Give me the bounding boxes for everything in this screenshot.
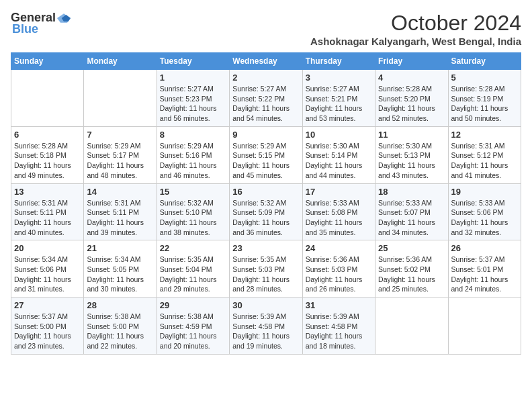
calendar-cell: 1Sunrise: 5:27 AMSunset: 5:23 PMDaylight…	[157, 70, 229, 127]
column-header-thursday: Thursday	[302, 53, 375, 70]
day-number: 16	[232, 187, 299, 197]
day-number: 10	[306, 130, 372, 140]
day-number: 27	[14, 300, 81, 310]
calendar-table: SundayMondayTuesdayWednesdayThursdayFrid…	[11, 52, 521, 355]
logo-icon	[57, 13, 71, 23]
day-info: Sunrise: 5:31 AMSunset: 5:11 PMDaylight:…	[14, 198, 81, 238]
day-info: Sunrise: 5:32 AMSunset: 5:10 PMDaylight:…	[160, 198, 226, 238]
title-block: October 2024 Ashoknagar Kalyangarh, West…	[310, 11, 521, 47]
day-number: 4	[378, 73, 445, 83]
day-number: 28	[87, 300, 153, 310]
calendar-week-row: 6Sunrise: 5:28 AMSunset: 5:18 PMDaylight…	[11, 126, 521, 183]
day-number: 31	[306, 300, 372, 310]
day-number: 11	[378, 130, 445, 140]
day-info: Sunrise: 5:39 AMSunset: 4:58 PMDaylight:…	[232, 312, 299, 351]
calendar-cell: 19Sunrise: 5:33 AMSunset: 5:06 PMDayligh…	[448, 183, 521, 240]
calendar-cell: 20Sunrise: 5:34 AMSunset: 5:06 PMDayligh…	[11, 240, 84, 298]
day-number: 18	[378, 187, 445, 197]
calendar-cell: 10Sunrise: 5:30 AMSunset: 5:14 PMDayligh…	[302, 126, 375, 183]
calendar-cell	[11, 70, 84, 127]
day-number: 9	[232, 130, 299, 140]
day-number: 26	[451, 243, 518, 253]
day-info: Sunrise: 5:33 AMSunset: 5:08 PMDaylight:…	[306, 198, 372, 238]
month-title: October 2024	[310, 11, 521, 36]
calendar-cell	[448, 298, 521, 355]
day-number: 29	[160, 300, 226, 310]
day-info: Sunrise: 5:38 AMSunset: 5:00 PMDaylight:…	[87, 312, 153, 351]
page-header: General Blue October 2024 Ashoknagar Kal…	[11, 11, 521, 47]
day-info: Sunrise: 5:38 AMSunset: 4:59 PMDaylight:…	[160, 312, 226, 351]
day-info: Sunrise: 5:34 AMSunset: 5:05 PMDaylight:…	[87, 255, 153, 294]
calendar-cell: 15Sunrise: 5:32 AMSunset: 5:10 PMDayligh…	[157, 183, 229, 240]
day-info: Sunrise: 5:37 AMSunset: 5:00 PMDaylight:…	[14, 312, 81, 351]
day-number: 1	[160, 73, 226, 83]
day-number: 23	[232, 243, 299, 253]
column-header-monday: Monday	[84, 53, 157, 70]
day-info: Sunrise: 5:34 AMSunset: 5:06 PMDaylight:…	[14, 255, 81, 294]
day-info: Sunrise: 5:29 AMSunset: 5:17 PMDaylight:…	[87, 141, 153, 181]
day-number: 7	[87, 130, 153, 140]
calendar-cell	[375, 298, 448, 355]
day-info: Sunrise: 5:27 AMSunset: 5:21 PMDaylight:…	[306, 84, 372, 124]
day-info: Sunrise: 5:39 AMSunset: 4:58 PMDaylight:…	[306, 312, 372, 351]
calendar-cell: 2Sunrise: 5:27 AMSunset: 5:22 PMDaylight…	[230, 70, 302, 127]
calendar-cell: 6Sunrise: 5:28 AMSunset: 5:18 PMDaylight…	[11, 126, 84, 183]
calendar-cell: 5Sunrise: 5:28 AMSunset: 5:19 PMDaylight…	[448, 70, 521, 127]
calendar-cell	[84, 70, 157, 127]
day-number: 21	[87, 243, 153, 253]
calendar-week-row: 27Sunrise: 5:37 AMSunset: 5:00 PMDayligh…	[11, 298, 521, 355]
day-number: 2	[232, 73, 299, 83]
calendar-cell: 26Sunrise: 5:37 AMSunset: 5:01 PMDayligh…	[448, 240, 521, 298]
day-info: Sunrise: 5:27 AMSunset: 5:22 PMDaylight:…	[232, 84, 299, 124]
column-header-friday: Friday	[375, 53, 448, 70]
day-info: Sunrise: 5:32 AMSunset: 5:09 PMDaylight:…	[232, 198, 299, 238]
calendar-cell: 11Sunrise: 5:30 AMSunset: 5:13 PMDayligh…	[375, 126, 448, 183]
day-info: Sunrise: 5:30 AMSunset: 5:14 PMDaylight:…	[306, 141, 372, 181]
calendar-cell: 21Sunrise: 5:34 AMSunset: 5:05 PMDayligh…	[84, 240, 157, 298]
calendar-cell: 16Sunrise: 5:32 AMSunset: 5:09 PMDayligh…	[230, 183, 302, 240]
calendar-cell: 13Sunrise: 5:31 AMSunset: 5:11 PMDayligh…	[11, 183, 84, 240]
day-number: 19	[451, 187, 518, 197]
day-number: 15	[160, 187, 226, 197]
day-info: Sunrise: 5:36 AMSunset: 5:03 PMDaylight:…	[306, 255, 372, 294]
column-header-wednesday: Wednesday	[230, 53, 302, 70]
calendar-cell: 12Sunrise: 5:31 AMSunset: 5:12 PMDayligh…	[448, 126, 521, 183]
calendar-cell: 31Sunrise: 5:39 AMSunset: 4:58 PMDayligh…	[302, 298, 375, 355]
day-number: 12	[451, 130, 518, 140]
calendar-cell: 29Sunrise: 5:38 AMSunset: 4:59 PMDayligh…	[157, 298, 229, 355]
location-text: Ashoknagar Kalyangarh, West Bengal, Indi…	[310, 36, 521, 47]
calendar-cell: 3Sunrise: 5:27 AMSunset: 5:21 PMDaylight…	[302, 70, 375, 127]
day-info: Sunrise: 5:31 AMSunset: 5:12 PMDaylight:…	[451, 141, 518, 181]
day-info: Sunrise: 5:27 AMSunset: 5:23 PMDaylight:…	[160, 84, 226, 124]
calendar-cell: 4Sunrise: 5:28 AMSunset: 5:20 PMDaylight…	[375, 70, 448, 127]
logo: General Blue	[11, 11, 71, 36]
column-header-saturday: Saturday	[448, 53, 521, 70]
calendar-cell: 28Sunrise: 5:38 AMSunset: 5:00 PMDayligh…	[84, 298, 157, 355]
calendar-week-row: 20Sunrise: 5:34 AMSunset: 5:06 PMDayligh…	[11, 240, 521, 298]
calendar-cell: 14Sunrise: 5:31 AMSunset: 5:11 PMDayligh…	[84, 183, 157, 240]
column-header-sunday: Sunday	[11, 53, 84, 70]
calendar-cell: 22Sunrise: 5:35 AMSunset: 5:04 PMDayligh…	[157, 240, 229, 298]
day-number: 25	[378, 243, 445, 253]
logo-blue-text: Blue	[12, 22, 38, 36]
calendar-week-row: 13Sunrise: 5:31 AMSunset: 5:11 PMDayligh…	[11, 183, 521, 240]
day-info: Sunrise: 5:33 AMSunset: 5:06 PMDaylight:…	[451, 198, 518, 238]
calendar-cell: 17Sunrise: 5:33 AMSunset: 5:08 PMDayligh…	[302, 183, 375, 240]
day-info: Sunrise: 5:37 AMSunset: 5:01 PMDaylight:…	[451, 255, 518, 294]
day-number: 20	[14, 243, 81, 253]
calendar-cell: 30Sunrise: 5:39 AMSunset: 4:58 PMDayligh…	[230, 298, 302, 355]
day-info: Sunrise: 5:30 AMSunset: 5:13 PMDaylight:…	[378, 141, 445, 181]
day-number: 5	[451, 73, 518, 83]
day-number: 3	[306, 73, 372, 83]
day-number: 30	[232, 300, 299, 310]
column-header-tuesday: Tuesday	[157, 53, 229, 70]
day-number: 17	[306, 187, 372, 197]
day-info: Sunrise: 5:36 AMSunset: 5:02 PMDaylight:…	[378, 255, 445, 294]
calendar-cell: 8Sunrise: 5:29 AMSunset: 5:16 PMDaylight…	[157, 126, 229, 183]
calendar-cell: 7Sunrise: 5:29 AMSunset: 5:17 PMDaylight…	[84, 126, 157, 183]
day-info: Sunrise: 5:35 AMSunset: 5:03 PMDaylight:…	[232, 255, 299, 294]
day-info: Sunrise: 5:29 AMSunset: 5:15 PMDaylight:…	[232, 141, 299, 181]
calendar-header-row: SundayMondayTuesdayWednesdayThursdayFrid…	[11, 53, 521, 70]
day-number: 22	[160, 243, 226, 253]
day-number: 24	[306, 243, 372, 253]
